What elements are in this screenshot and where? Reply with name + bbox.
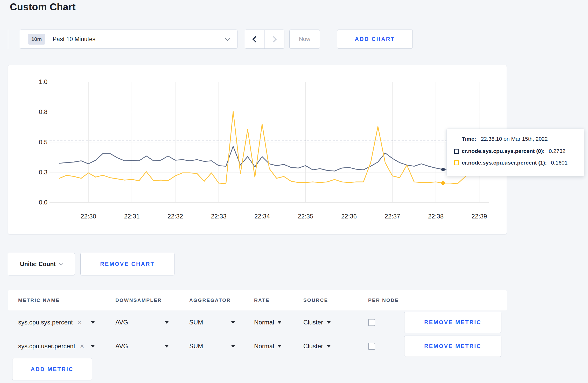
series-swatch-sys-icon <box>454 149 459 154</box>
col-header-per-node: PER NODE <box>368 290 399 310</box>
dropdown-caret-icon <box>327 321 331 324</box>
svg-text:22:34: 22:34 <box>254 213 270 220</box>
rate-value: Normal <box>254 319 274 326</box>
svg-text:22:31: 22:31 <box>124 213 139 220</box>
aggregator-value: SUM <box>189 319 203 326</box>
aggregator-select[interactable]: SUM <box>189 310 235 334</box>
metric-row: sys.cpu.user.percent × AVG SUM Normal Cl… <box>8 334 507 358</box>
tooltip-series-value: 0.2732 <box>549 148 565 154</box>
svg-text:0.0: 0.0 <box>39 199 47 206</box>
rate-value: Normal <box>254 343 274 350</box>
remove-metric-button[interactable]: REMOVE METRIC <box>404 336 501 357</box>
page-title: Custom Chart <box>10 2 76 13</box>
chart-card: 0.00.30.50.81.022:3022:3122:3222:3322:34… <box>8 65 507 235</box>
col-header-aggregator: AGGREGATOR <box>189 290 231 310</box>
dropdown-caret-icon <box>277 345 282 347</box>
rate-select[interactable]: Normal <box>254 310 282 334</box>
chevron-right-icon <box>270 36 277 42</box>
metric-name-value: sys.cpu.user.percent <box>18 343 75 350</box>
downsampler-select[interactable]: AVG <box>115 334 169 358</box>
svg-text:22:30: 22:30 <box>81 213 96 220</box>
source-value: Cluster <box>303 319 323 326</box>
tooltip-time: Time:22:38:10 on Mar 15th, 2022 <box>462 136 577 142</box>
downsampler-value: AVG <box>115 319 128 326</box>
remove-chart-button[interactable]: REMOVE CHART <box>80 253 174 275</box>
dropdown-caret-icon <box>91 321 95 324</box>
units-select[interactable]: Units: Count <box>8 253 75 275</box>
source-select[interactable]: Cluster <box>303 334 331 358</box>
metrics-table-header: METRIC NAME DOWNSAMPLER AGGREGATOR RATE … <box>8 290 507 310</box>
downsampler-value: AVG <box>115 343 128 350</box>
chevron-left-icon <box>252 36 258 42</box>
tooltip-series-row: cr.node.sys.cpu.user.percent (1): 0.1601 <box>454 160 577 166</box>
tooltip-series-label: cr.node.sys.cpu.user.percent (1): <box>462 160 547 166</box>
dropdown-caret-icon <box>231 321 235 324</box>
time-window-badge: 10m <box>28 34 45 45</box>
col-header-source: SOURCE <box>303 290 328 310</box>
svg-text:22:39: 22:39 <box>471 213 487 220</box>
remove-metric-button[interactable]: REMOVE METRIC <box>404 312 501 333</box>
tooltip-series-row: cr.node.sys.cpu.sys.percent (0): 0.2732 <box>454 148 577 154</box>
downsampler-select[interactable]: AVG <box>115 310 169 334</box>
dropdown-caret-icon <box>277 321 282 324</box>
clear-metric-icon[interactable]: × <box>78 319 82 326</box>
clear-metric-icon[interactable]: × <box>80 343 84 350</box>
metric-name-select[interactable]: sys.cpu.user.percent × <box>18 334 95 358</box>
per-node-cell <box>368 334 375 358</box>
chart-plot[interactable]: 0.00.30.50.81.022:3022:3122:3222:3322:34… <box>8 65 507 235</box>
dropdown-caret-icon <box>327 345 331 347</box>
toolbar-divider <box>8 30 8 49</box>
prev-time-button[interactable] <box>245 30 265 48</box>
add-chart-button[interactable]: ADD CHART <box>337 30 413 49</box>
tooltip-series-value: 0.1601 <box>551 160 568 166</box>
add-metric-button[interactable]: ADD METRIC <box>12 358 92 380</box>
dropdown-caret-icon <box>165 321 169 324</box>
units-label: Units: Count <box>20 261 56 268</box>
rate-select[interactable]: Normal <box>254 334 282 358</box>
chevron-down-icon <box>59 261 64 266</box>
time-nav-group <box>245 30 284 49</box>
source-select[interactable]: Cluster <box>303 310 331 334</box>
dropdown-caret-icon <box>165 345 169 347</box>
aggregator-value: SUM <box>189 343 203 350</box>
now-button[interactable]: Now <box>289 30 320 49</box>
metric-name-value: sys.cpu.sys.percent <box>18 319 73 326</box>
time-range-select[interactable]: 10m Past 10 Minutes <box>20 30 237 49</box>
svg-text:0.3: 0.3 <box>39 169 47 176</box>
svg-text:22:35: 22:35 <box>298 213 313 220</box>
svg-text:1.0: 1.0 <box>39 78 47 85</box>
dropdown-caret-icon <box>231 345 235 347</box>
col-header-downsampler: DOWNSAMPLER <box>115 290 162 310</box>
chevron-down-icon <box>225 36 230 41</box>
series-swatch-user-icon <box>454 160 459 165</box>
svg-text:22:32: 22:32 <box>167 213 183 220</box>
source-value: Cluster <box>303 343 323 350</box>
svg-text:22:36: 22:36 <box>341 213 357 220</box>
col-header-rate: RATE <box>254 290 270 310</box>
per-node-checkbox[interactable] <box>368 319 375 326</box>
tooltip-time-value: 22:38:10 on Mar 15th, 2022 <box>481 136 548 142</box>
metric-row: sys.cpu.sys.percent × AVG SUM Normal Clu… <box>8 310 507 334</box>
tooltip-time-label: Time: <box>462 136 476 142</box>
chart-tooltip: Time:22:38:10 on Mar 15th, 2022 cr.node.… <box>446 129 584 176</box>
tooltip-series-label: cr.node.sys.cpu.sys.percent (0): <box>462 148 545 154</box>
svg-text:22:38: 22:38 <box>428 213 444 220</box>
time-window-label: Past 10 Minutes <box>53 36 95 43</box>
next-time-button[interactable] <box>265 30 284 48</box>
per-node-checkbox[interactable] <box>368 343 375 350</box>
svg-text:0.8: 0.8 <box>39 108 47 115</box>
metric-name-select[interactable]: sys.cpu.sys.percent × <box>18 310 95 334</box>
per-node-cell <box>368 310 375 334</box>
svg-text:22:37: 22:37 <box>384 213 400 220</box>
dropdown-caret-icon <box>91 345 95 347</box>
svg-text:22:33: 22:33 <box>211 213 226 220</box>
svg-text:0.5: 0.5 <box>39 139 47 146</box>
col-header-metric-name: METRIC NAME <box>18 290 60 310</box>
aggregator-select[interactable]: SUM <box>189 334 235 358</box>
